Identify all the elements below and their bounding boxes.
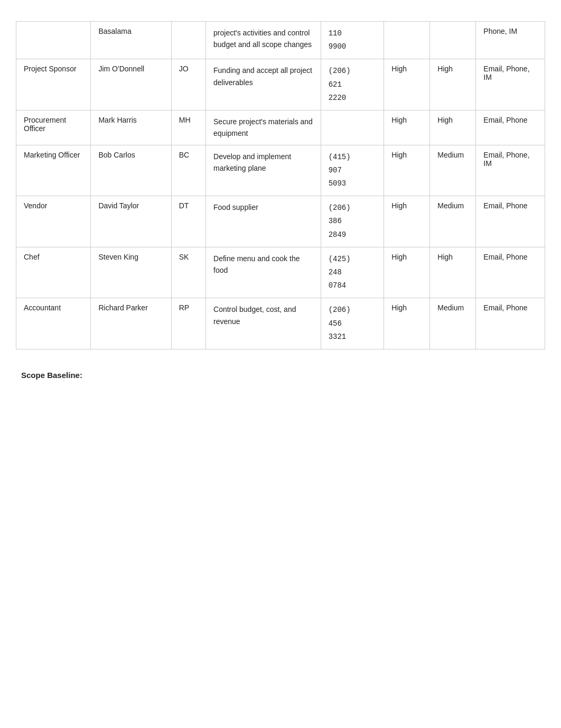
cell-contact-numbers: (425) 248 0784 xyxy=(321,247,384,298)
cell-name: Bob Carlos xyxy=(91,145,171,196)
stakeholder-table: Basalamaproject's activities and control… xyxy=(16,21,545,349)
cell-initials: JO xyxy=(171,59,205,110)
cell-influence: High xyxy=(384,247,430,298)
cell-communication: Phone, IM xyxy=(476,22,545,59)
cell-role: Procurement Officer xyxy=(16,110,91,145)
cell-contact-numbers: (206) 386 2849 xyxy=(321,196,384,247)
cell-interest xyxy=(430,22,476,59)
cell-responsibilities: Define menu and cook the food xyxy=(206,247,321,298)
table-row: ChefSteven KingSKDefine menu and cook th… xyxy=(16,247,545,298)
cell-responsibilities: Funding and accept all project deliverab… xyxy=(206,59,321,110)
cell-communication: Email, Phone xyxy=(476,298,545,349)
cell-communication: Email, Phone xyxy=(476,110,545,145)
cell-initials: DT xyxy=(171,196,205,247)
cell-influence: High xyxy=(384,59,430,110)
cell-role: Vendor xyxy=(16,196,91,247)
table-row: Project SponsorJim O'DonnellJOFunding an… xyxy=(16,59,545,110)
cell-responsibilities: project's activities and control budget … xyxy=(206,22,321,59)
cell-name: David Taylor xyxy=(91,196,171,247)
cell-name: Steven King xyxy=(91,247,171,298)
table-row: Marketing OfficerBob CarlosBCDevelop and… xyxy=(16,145,545,196)
cell-interest: Medium xyxy=(430,145,476,196)
cell-responsibilities: Control budget, cost, and revenue xyxy=(206,298,321,349)
cell-name: Richard Parker xyxy=(91,298,171,349)
cell-name: Basalama xyxy=(91,22,171,59)
table-row: Procurement OfficerMark HarrisMHSecure p… xyxy=(16,110,545,145)
cell-name: Jim O'Donnell xyxy=(91,59,171,110)
cell-initials: BC xyxy=(171,145,205,196)
cell-role: Chef xyxy=(16,247,91,298)
cell-influence: High xyxy=(384,196,430,247)
table-row: AccountantRichard ParkerRPControl budget… xyxy=(16,298,545,349)
cell-communication: Email, Phone xyxy=(476,196,545,247)
cell-responsibilities: Secure project's materials and equipment xyxy=(206,110,321,145)
cell-contact-numbers xyxy=(321,110,384,145)
cell-initials xyxy=(171,22,205,59)
cell-role: Project Sponsor xyxy=(16,59,91,110)
cell-contact-numbers: (206) 456 3321 xyxy=(321,298,384,349)
cell-communication: Email, Phone xyxy=(476,247,545,298)
cell-role: Accountant xyxy=(16,298,91,349)
cell-responsibilities: Develop and implement marketing plane xyxy=(206,145,321,196)
cell-name: Mark Harris xyxy=(91,110,171,145)
cell-responsibilities: Food supplier xyxy=(206,196,321,247)
cell-communication: Email, Phone, IM xyxy=(476,145,545,196)
cell-interest: High xyxy=(430,247,476,298)
cell-influence: High xyxy=(384,110,430,145)
cell-initials: MH xyxy=(171,110,205,145)
cell-interest: Medium xyxy=(430,196,476,247)
cell-communication: Email, Phone, IM xyxy=(476,59,545,110)
cell-initials: SK xyxy=(171,247,205,298)
cell-influence: High xyxy=(384,298,430,349)
cell-role xyxy=(16,22,91,59)
cell-initials: RP xyxy=(171,298,205,349)
cell-interest: High xyxy=(430,110,476,145)
cell-contact-numbers: 110 9900 xyxy=(321,22,384,59)
cell-contact-numbers: (206) 621 2220 xyxy=(321,59,384,110)
table-row: VendorDavid TaylorDTFood supplier(206) 3… xyxy=(16,196,545,247)
cell-influence: High xyxy=(384,145,430,196)
cell-interest: Medium xyxy=(430,298,476,349)
table-row: Basalamaproject's activities and control… xyxy=(16,22,545,59)
scope-baseline-label: Scope Baseline: xyxy=(16,371,545,380)
cell-contact-numbers: (415) 907 5093 xyxy=(321,145,384,196)
cell-role: Marketing Officer xyxy=(16,145,91,196)
cell-influence xyxy=(384,22,430,59)
cell-interest: High xyxy=(430,59,476,110)
